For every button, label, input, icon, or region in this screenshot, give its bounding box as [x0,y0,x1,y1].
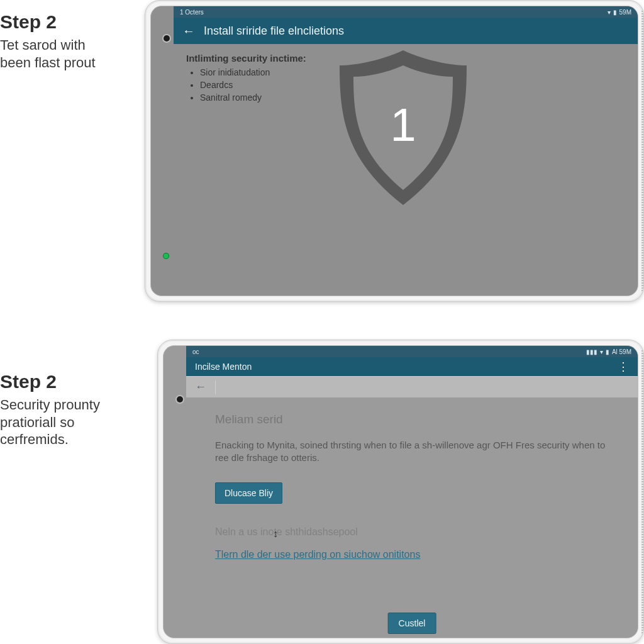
battery-icon: ▮ [606,348,609,355]
step2-top-title: Step 2 [0,11,96,33]
wifi-icon: ▾ [600,348,603,355]
bottom-button[interactable]: Custlel [388,613,436,634]
side-button [422,340,472,340]
tablet-frame-1: 1 Octers ▾ ▮ 59M ← Install sriride file … [145,0,644,302]
primary-button[interactable]: Dlucase Bliy [215,482,282,504]
action-bar: Incilse Menton ⋮ [186,357,638,376]
shield-number: 1 [390,99,416,151]
step2-bottom-title: Step 2 [0,371,100,392]
divider [215,380,216,394]
step2-top-block: Step 2 Tet sarod with been flast prout [0,11,96,71]
screen2-content: Meliam serid Enacking to Mynita, soined … [186,397,638,638]
tablet-screen-1: 1 Octers ▾ ▮ 59M ← Install sriride file … [150,6,638,296]
side-button [145,57,145,97]
step2-top-body: Tet sarod with been flast prout [0,36,96,71]
back-arrow-icon[interactable]: ← [182,24,195,38]
step2-bottom-body: Security prounty pratioriall so cerfremi… [0,396,100,448]
speaker-grill [641,11,644,291]
cursor-icon: ↕ [273,528,278,540]
signal-icon: ▮▮▮ [586,348,597,355]
status-bar: 1 Octers ▾ ▮ 59M [174,6,638,18]
side-button [145,108,145,148]
action-bar-title: Install sriride file elnclietions [204,25,344,38]
status-icons: ▾ ▮ 59M [608,9,631,16]
camera-active-dot [163,253,169,259]
shield-icon: 1 [331,47,475,210]
step2-bottom-block: Step 2 Security prounty pratioriall so c… [0,371,100,448]
link-text[interactable]: Tlern dle der use perding on siuchow oni… [215,549,420,560]
tablet-frame-2: oc ▮▮▮ ▾ ▮ Al 59M Incilse Menton ⋮ ← [157,340,644,644]
overflow-menu-icon[interactable]: ⋮ [618,360,629,374]
section-description: Enacking to Mynita, soined thrsting when… [215,439,609,465]
section-title: Meliam serid [215,413,609,426]
back-arrow-icon[interactable]: ← [195,380,206,394]
action-bar-title: Incilse Menton [195,362,252,372]
wifi-icon: ▾ [608,9,611,16]
status-icons: ▮▮▮ ▾ ▮ Al 59M [586,348,631,355]
camera-dot [164,35,170,42]
camera-dot [177,396,183,402]
status-time: 59M [619,9,631,16]
screen1-content: Intlimting security inctime: Sior inidia… [174,44,638,296]
sub-nav-bar: ← [186,376,638,397]
shield-graphic: 1 [331,47,475,213]
speaker-grill [641,350,644,633]
action-bar: ← Install sriride file elnclietions [174,18,638,44]
battery-icon: ▮ [613,9,617,16]
status-time: Al 59M [612,348,631,355]
status-left-label: 1 Octers [180,9,204,16]
status-bar: oc ▮▮▮ ▾ ▮ Al 59M [186,346,638,357]
tablet-screen-2: oc ▮▮▮ ▾ ▮ Al 59M Incilse Menton ⋮ ← [163,345,638,638]
status-left-label: oc [192,348,199,355]
